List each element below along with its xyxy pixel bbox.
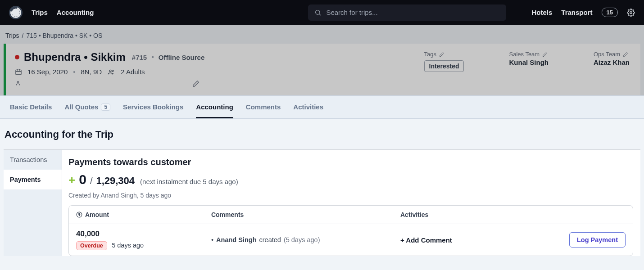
user-icon bbox=[15, 80, 21, 86]
breadcrumb-root[interactable]: Trips bbox=[5, 32, 19, 39]
sales-team-label: Sales Team bbox=[509, 51, 540, 58]
tab-services-bookings[interactable]: Services Bookings bbox=[123, 96, 183, 118]
side-tab-payments[interactable]: Payments bbox=[4, 170, 62, 189]
breadcrumb: Trips / 715 • Bhupendra • SK • OS bbox=[0, 25, 644, 44]
quotes-count: 5 bbox=[101, 104, 110, 111]
paid-amount: 0 bbox=[79, 172, 86, 187]
trip-source: Offline Source bbox=[159, 54, 205, 61]
payments-summary: + 0 / 1,29,304 (next instalment due 5 da… bbox=[68, 172, 633, 187]
log-payment-button[interactable]: Log Payment bbox=[569, 232, 626, 248]
plus-icon: + bbox=[68, 173, 75, 187]
calendar-icon bbox=[15, 68, 22, 76]
nav-trips[interactable]: Trips bbox=[32, 9, 48, 16]
sales-team-block: Sales Team Kunal Singh bbox=[509, 51, 549, 72]
side-tabs: Transactions Payments bbox=[4, 150, 62, 256]
tab-all-quotes[interactable]: All Quotes 5 bbox=[64, 96, 110, 118]
trip-date: 16 Sep, 2020 bbox=[27, 68, 68, 76]
comment-time: (5 days ago) bbox=[284, 236, 320, 243]
search-icon bbox=[314, 9, 322, 16]
detail-tabs: Basic Details All Quotes 5 Services Book… bbox=[0, 95, 644, 119]
gear-icon[interactable] bbox=[627, 9, 635, 17]
row-comment: • Anand Singh created (5 days ago) bbox=[211, 236, 400, 243]
breadcrumb-current: 715 • Bhupendra • SK • OS bbox=[26, 32, 102, 39]
payments-title: Payments towards customer bbox=[68, 157, 633, 167]
people-icon bbox=[107, 68, 115, 76]
add-comment-button[interactable]: + Add Comment bbox=[400, 236, 452, 244]
ops-team-label: Ops Team bbox=[594, 51, 620, 58]
trip-header: Bhupendra • Sikkim #715 • Offline Source… bbox=[4, 44, 640, 95]
global-search[interactable] bbox=[308, 4, 506, 21]
ops-team-name: Aizaz Khan bbox=[594, 58, 630, 66]
trip-pax: 2 Adults bbox=[121, 68, 145, 76]
nav-hotels[interactable]: Hotels bbox=[532, 9, 553, 16]
created-by: Created by Anand Singh, 5 days ago bbox=[68, 192, 633, 199]
col-amount: Amount bbox=[76, 211, 211, 218]
app-logo bbox=[9, 6, 23, 19]
trip-title: Bhupendra • Sikkim bbox=[24, 51, 126, 63]
svg-point-8 bbox=[112, 70, 113, 71]
tab-basic-details[interactable]: Basic Details bbox=[10, 96, 52, 118]
overdue-badge: Overdue bbox=[76, 241, 107, 250]
tab-activities[interactable]: Activities bbox=[293, 96, 323, 118]
svg-point-7 bbox=[109, 70, 111, 72]
tags-label: Tags bbox=[424, 51, 436, 58]
notification-badge[interactable]: 15 bbox=[602, 8, 618, 17]
total-amount: 1,29,304 bbox=[96, 175, 135, 187]
svg-point-9 bbox=[17, 81, 19, 83]
payments-table: Amount Comments Activities 40,000 Overdu… bbox=[68, 205, 633, 256]
pencil-icon[interactable] bbox=[623, 52, 628, 57]
status-dot-icon bbox=[15, 55, 19, 59]
row-amount: 40,000 bbox=[76, 230, 211, 238]
row-ago: 5 days ago bbox=[112, 242, 144, 249]
col-comments: Comments bbox=[211, 211, 400, 218]
sales-team-name: Kunal Singh bbox=[509, 58, 549, 66]
rupee-icon bbox=[76, 212, 82, 218]
svg-point-0 bbox=[316, 10, 320, 14]
pencil-icon[interactable] bbox=[192, 80, 200, 87]
top-nav: Trips Accounting Hotels Transport 15 bbox=[0, 0, 644, 25]
section-title: Accounting for the Trip bbox=[0, 119, 644, 149]
ops-team-block: Ops Team Aizaz Khan bbox=[594, 51, 630, 72]
trip-duration: 8N, 9D bbox=[81, 68, 102, 76]
tags-block: Tags Interested bbox=[424, 51, 464, 72]
instalment-note: (next instalment due 5 days ago) bbox=[140, 178, 238, 185]
comment-author: Anand Singh bbox=[216, 236, 256, 243]
nav-accounting[interactable]: Accounting bbox=[57, 9, 94, 16]
nav-transport[interactable]: Transport bbox=[561, 9, 592, 16]
search-input[interactable] bbox=[326, 9, 500, 16]
pencil-icon[interactable] bbox=[542, 52, 548, 57]
tab-comments[interactable]: Comments bbox=[246, 96, 281, 118]
tag-chip[interactable]: Interested bbox=[424, 60, 464, 72]
svg-rect-3 bbox=[16, 70, 21, 75]
svg-point-2 bbox=[630, 11, 632, 14]
col-activities: Activities bbox=[400, 211, 626, 218]
pencil-icon[interactable] bbox=[439, 52, 444, 57]
comment-action: created bbox=[259, 236, 281, 243]
svg-line-1 bbox=[320, 14, 321, 15]
tab-accounting[interactable]: Accounting bbox=[196, 96, 233, 118]
side-tab-transactions[interactable]: Transactions bbox=[4, 150, 62, 170]
table-row: 40,000 Overdue 5 days ago • Anand Singh … bbox=[69, 224, 633, 256]
accounting-body: Transactions Payments Payments towards c… bbox=[4, 149, 640, 256]
trip-id: #715 bbox=[132, 54, 147, 61]
